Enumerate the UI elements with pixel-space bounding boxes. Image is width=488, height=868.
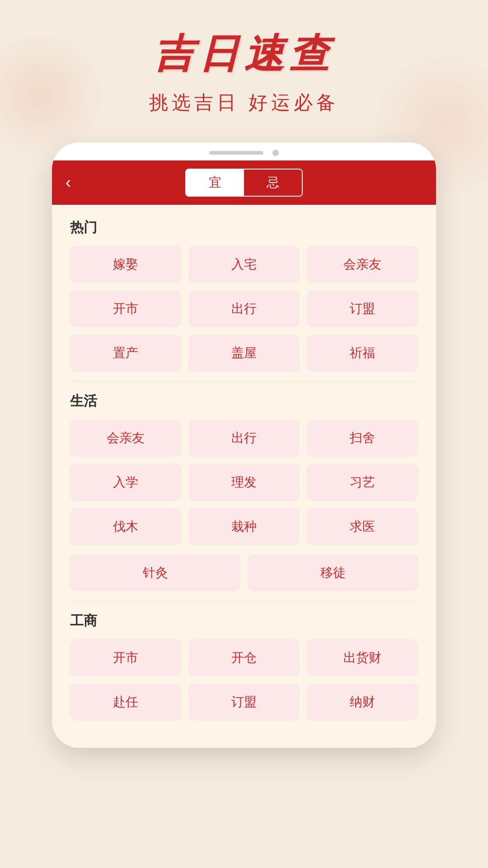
btn-chuhuo[interactable]: 出货财 <box>307 639 418 676</box>
btn-ruxue[interactable]: 入学 <box>70 464 181 501</box>
btn-zhichan[interactable]: 置产 <box>70 335 181 372</box>
btn-famu[interactable]: 伐木 <box>70 508 181 545</box>
btn-ruzhai[interactable]: 入宅 <box>188 246 300 283</box>
back-button[interactable]: ‹ <box>66 173 71 192</box>
btn-qifu[interactable]: 祈福 <box>307 335 418 372</box>
btn-nacai[interactable]: 纳财 <box>307 684 418 721</box>
commerce-grid: 开市 开仓 出货财 赴任 订盟 纳财 <box>70 639 418 721</box>
btn-huiqinyou-hot[interactable]: 会亲友 <box>307 246 418 283</box>
btn-gaiwu[interactable]: 盖屋 <box>188 335 300 372</box>
btn-lifa[interactable]: 理发 <box>188 464 300 501</box>
btn-saoshe[interactable]: 扫舍 <box>307 420 418 457</box>
divider-2 <box>70 600 418 601</box>
btn-dingmeng[interactable]: 订盟 <box>188 684 300 721</box>
hot-grid: 嫁娶 入宅 会亲友 开市 出行 订盟 置产 盖屋 祈福 <box>70 246 418 372</box>
btn-kaishi-hot[interactable]: 开市 <box>70 290 181 327</box>
app-content: 热门 嫁娶 入宅 会亲友 开市 出行 订盟 置产 盖屋 祈福 生活 会 <box>52 205 436 748</box>
phone-top-bar <box>52 142 436 160</box>
btn-chuxing[interactable]: 出行 <box>188 420 300 457</box>
tab-yi[interactable]: 宜 <box>186 170 244 196</box>
btn-qiuyi[interactable]: 求医 <box>307 508 418 545</box>
btn-jiaqu[interactable]: 嫁娶 <box>70 246 181 283</box>
section-hot-title: 热门 <box>70 218 418 237</box>
btn-chuxing-hot[interactable]: 出行 <box>188 290 300 327</box>
section-commerce-title: 工商 <box>70 612 418 630</box>
btn-kaicang[interactable]: 开仓 <box>188 639 300 676</box>
btn-huiqinyou[interactable]: 会亲友 <box>70 420 181 457</box>
section-commerce: 工商 开市 开仓 出货财 赴任 订盟 纳财 <box>70 612 418 721</box>
app-title: 吉日速查 <box>154 27 334 81</box>
phone-notch <box>209 151 263 155</box>
btn-furen[interactable]: 赴任 <box>70 684 181 721</box>
btn-zhenjiu[interactable]: 针灸 <box>70 554 240 591</box>
divider-1 <box>70 381 418 381</box>
btn-xiyi[interactable]: 习艺 <box>307 464 418 501</box>
phone-camera <box>272 150 279 156</box>
section-life-title: 生活 <box>70 392 418 410</box>
app-subtitle: 挑选吉日 好运必备 <box>149 90 339 115</box>
app-header: ‹ 宜 忌 <box>52 160 436 205</box>
btn-zaizhong[interactable]: 栽种 <box>188 508 300 545</box>
life-grid: 会亲友 出行 扫舍 入学 理发 习艺 伐木 栽种 求医 <box>70 420 418 545</box>
section-life: 生活 会亲友 出行 扫舍 入学 理发 习艺 伐木 栽种 求医 针灸 移徒 <box>70 392 418 591</box>
phone-mockup: ‹ 宜 忌 热门 嫁娶 入宅 会亲友 开市 出行 订盟 置产 盖屋 <box>52 142 436 748</box>
tab-ji[interactable]: 忌 <box>244 170 302 196</box>
life-grid-2: 针灸 移徒 <box>70 554 418 591</box>
btn-yitu[interactable]: 移徒 <box>248 554 418 591</box>
btn-dingmeng-hot[interactable]: 订盟 <box>307 290 418 327</box>
section-hot: 热门 嫁娶 入宅 会亲友 开市 出行 订盟 置产 盖屋 祈福 <box>70 218 418 372</box>
btn-kaishi[interactable]: 开市 <box>70 639 181 676</box>
tab-toggle: 宜 忌 <box>185 169 303 197</box>
